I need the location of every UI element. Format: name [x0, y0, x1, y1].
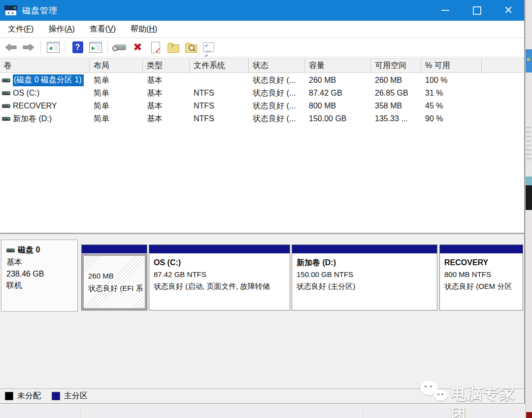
- table-row[interactable]: RECOVERY 简单 基本 NTFS 状态良好 (... 800 MB 358…: [0, 100, 524, 112]
- maximize-button[interactable]: [461, 0, 493, 21]
- disk-0-panel[interactable]: 磁盘 0 基本 238.46 GB 联机: [1, 240, 78, 312]
- toolbar-separator: [65, 41, 66, 54]
- volume-icon: [2, 117, 10, 121]
- legend-item-primary-partition: 主分区: [46, 391, 88, 401]
- desktop-background: [0, 404, 525, 418]
- partition-header-strip: [82, 245, 147, 254]
- table-row[interactable]: OS (C:) 简单 基本 NTFS 状态良好 (... 87.42 GB 26…: [0, 87, 524, 100]
- table-row[interactable]: 新加卷 (D:) 简单 基本 NTFS 状态良好 (... 150.00 GB …: [0, 112, 524, 125]
- partition-name: RECOVERY: [444, 257, 522, 269]
- partition-os-c[interactable]: OS (C:) 87.42 GB NTFS 状态良好 (启动, 页面文件, 故障…: [149, 244, 290, 311]
- volume-table: 卷 布局 类型 文件系统 状态 容量 可用空间 % 可用 (磁盘 0 磁盘分区 …: [0, 57, 524, 233]
- legend-item-unallocated: 未分配: [5, 391, 41, 401]
- properties-check-icon[interactable]: ✓: [149, 41, 162, 54]
- partition-size: 150.00 GB NTFS: [297, 269, 436, 280]
- close-button[interactable]: ✕: [493, 0, 524, 21]
- action-pane-icon[interactable]: [89, 41, 102, 54]
- legend-swatch-unallocated: [5, 392, 13, 400]
- volume-name: OS (C:): [13, 89, 39, 98]
- back-arrow-icon[interactable]: [4, 41, 17, 54]
- column-header-volume[interactable]: 卷: [0, 59, 90, 72]
- menu-item-help[interactable]: 帮助(H): [124, 24, 164, 35]
- close-icon: ✕: [504, 5, 513, 16]
- window-title: 磁盘管理: [22, 5, 58, 16]
- column-header-type[interactable]: 类型: [143, 59, 190, 72]
- disk-status: 联机: [6, 280, 77, 291]
- column-header-filesystem[interactable]: 文件系统: [190, 59, 249, 72]
- background-thumbnail-blue: [526, 49, 532, 72]
- partition-new-volume-d[interactable]: 新加卷 (D:) 150.00 GB NTFS 状态良好 (主分区): [292, 244, 437, 311]
- disk-name: 磁盘 0: [18, 245, 40, 255]
- menu-item-file[interactable]: 文件(F): [1, 24, 40, 35]
- console-tree-icon[interactable]: [46, 41, 60, 54]
- disk-size: 238.46 GB: [6, 270, 77, 279]
- column-header-capacity[interactable]: 容量: [305, 59, 371, 72]
- task-list-icon[interactable]: ✔✔: [202, 41, 215, 54]
- background-line: [363, 404, 364, 418]
- toolbar: ? ✖ ✓ ↑ ✔✔: [0, 38, 524, 57]
- volume-icon: [2, 91, 10, 95]
- column-header-blank: [482, 59, 524, 72]
- partition-header-strip: [149, 245, 290, 254]
- folder-search-icon[interactable]: [184, 41, 198, 54]
- legend-swatch-primary: [52, 392, 60, 400]
- help-icon[interactable]: ?: [71, 41, 84, 54]
- legend-bar: 未分配 主分区: [0, 388, 524, 403]
- title-bar: 磁盘管理 ✕: [0, 0, 524, 21]
- partition-header-strip: [440, 245, 523, 254]
- volume-icon: [2, 78, 10, 82]
- table-header: 卷 布局 类型 文件系统 状态 容量 可用空间 % 可用: [0, 58, 524, 73]
- maximize-icon: [473, 6, 481, 15]
- partition-status: 状态良好 (启动, 页面文件, 故障转储: [154, 280, 289, 292]
- table-row[interactable]: (磁盘 0 磁盘分区 1) 简单 基本 状态良好 (... 260 MB 260…: [0, 74, 524, 87]
- disk-type: 基本: [6, 257, 77, 268]
- volume-icon: [2, 104, 10, 108]
- background-thumbnail-photo: [526, 163, 532, 210]
- column-header-percent-free[interactable]: % 可用: [421, 59, 482, 72]
- menu-item-view[interactable]: 查看(V): [83, 24, 123, 35]
- legend-label: 未分配: [17, 391, 41, 401]
- background-line: [80, 404, 81, 418]
- delete-volume-icon[interactable]: ✖: [131, 41, 144, 54]
- partition-size: 87.42 GB NTFS: [154, 269, 289, 280]
- volume-name: 新加卷 (D:): [13, 114, 52, 124]
- forward-arrow-icon[interactable]: [22, 41, 35, 54]
- minimize-button[interactable]: [430, 0, 461, 21]
- column-header-free-space[interactable]: 可用空间: [371, 59, 421, 72]
- column-header-status[interactable]: 状态: [249, 59, 305, 72]
- partition-header-strip: [292, 245, 437, 254]
- partition-size: 800 MB NTFS: [444, 269, 522, 280]
- column-header-layout[interactable]: 布局: [90, 59, 143, 72]
- disk-icon: [6, 248, 15, 252]
- disk-management-window: 磁盘管理 ✕ 文件(F) 操作(A) 查看(V) 帮助(H) ? ✖: [0, 0, 525, 404]
- partition-status: 状态良好 (主分区): [297, 280, 436, 292]
- minimize-icon: [441, 10, 449, 11]
- volume-name-selected: (磁盘 0 磁盘分区 1): [13, 74, 84, 86]
- legend-label: 主分区: [64, 391, 88, 401]
- partition-name: 新加卷 (D:): [297, 257, 436, 269]
- folder-upload-icon[interactable]: ↑: [166, 41, 180, 54]
- volume-name: RECOVERY: [13, 102, 57, 110]
- partition-efi-system[interactable]: 260 MB 状态良好 (EFI 系: [81, 244, 147, 311]
- background-red-fragment: [526, 412, 532, 418]
- menu-item-action[interactable]: 操作(A): [41, 24, 81, 35]
- disk-graphic-area: 磁盘 0 基本 238.46 GB 联机 260 MB 状态良好 (EFI 系 …: [0, 234, 524, 388]
- partition-size: 260 MB: [87, 270, 144, 282]
- menu-bar: 文件(F) 操作(A) 查看(V) 帮助(H): [0, 21, 524, 38]
- partition-name: OS (C:): [154, 257, 289, 269]
- toolbar-separator: [40, 41, 41, 54]
- app-disk-icon: [4, 5, 17, 16]
- background-text-fragment: [526, 127, 531, 162]
- toolbar-separator: [107, 41, 108, 54]
- partition-recovery[interactable]: RECOVERY 800 MB NTFS 状态良好 (OEM 分区: [439, 244, 523, 311]
- disk-inspect-icon[interactable]: [113, 41, 127, 54]
- partition-status: 状态良好 (OEM 分区: [444, 280, 522, 292]
- partition-status: 状态良好 (EFI 系: [87, 282, 144, 294]
